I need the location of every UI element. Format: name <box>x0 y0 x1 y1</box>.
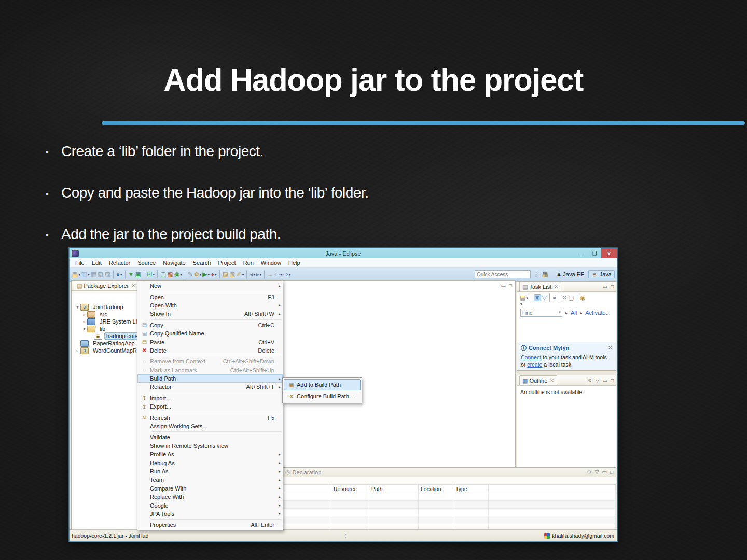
menu-item-compare-with[interactable]: Compare With▸ <box>137 484 283 493</box>
menu-item-properties[interactable]: PropertiesAlt+Enter <box>137 521 283 529</box>
tab-declaration[interactable]: Declaration <box>293 469 322 475</box>
menubar-item-source[interactable]: Source <box>134 259 159 267</box>
menu-item-jpa-tools[interactable]: JPA Tools▸ <box>137 510 283 518</box>
menu-item-show-in-remote-systems-view[interactable]: Show in Remote Systems view <box>137 442 283 450</box>
toolbar-icon[interactable]: ▶▾ <box>202 271 210 277</box>
mylyn-create-link[interactable]: create <box>527 361 542 368</box>
editor-area[interactable]: ▭ □ <box>282 280 516 468</box>
minimize-view-icon[interactable]: ▭ <box>603 284 607 289</box>
menubar-item-refactor[interactable]: Refactor <box>105 259 134 267</box>
toolbar-icon[interactable]: ▢ <box>160 271 166 277</box>
toolbar-icon[interactable]: ●▾ <box>116 271 122 277</box>
menubar-item-window[interactable]: Window <box>257 259 285 267</box>
menu-item-profile-as[interactable]: Profile As▸ <box>137 450 283 458</box>
tab-close-icon[interactable]: ✕ <box>554 284 558 289</box>
toolbar-icon[interactable]: ← <box>267 271 273 277</box>
view-menu-icon[interactable]: ▽ <box>595 469 599 475</box>
view-menu-icon[interactable]: ▽ <box>596 377 600 383</box>
menu-item-validate[interactable]: Validate <box>137 433 283 441</box>
menubar-item-run[interactable]: Run <box>240 259 257 267</box>
menu-item-team[interactable]: Team▸ <box>137 475 283 484</box>
twisty-open-icon[interactable]: ▾ <box>81 327 87 331</box>
menubar-item-project[interactable]: Project <box>214 259 239 267</box>
close-button[interactable]: x <box>601 248 617 258</box>
toolbar-icon[interactable]: ✿▾ <box>194 271 202 277</box>
task-toolbar-icon[interactable]: ● <box>552 295 556 301</box>
toolbar-icon[interactable]: ▸▾ <box>256 271 262 277</box>
toolbar-icon[interactable]: ⇦▾ <box>274 271 282 277</box>
mylyn-connect-link[interactable]: Connect <box>521 354 541 360</box>
menubar-item-file[interactable]: File <box>72 259 88 267</box>
task-find-input[interactable] <box>520 309 562 317</box>
menubar-item-navigate[interactable]: Navigate <box>159 259 189 267</box>
toolbar-icon[interactable]: ◉▾ <box>174 271 182 277</box>
twisty-closed-icon[interactable]: ▹ <box>81 312 87 317</box>
twisty-open-icon[interactable]: ▾ <box>75 305 80 310</box>
menu-item-delete[interactable]: ✖DeleteDelete <box>137 346 283 355</box>
menu-item-refactor[interactable]: RefactorAlt+Shift+T▸ <box>137 383 283 391</box>
twisty-closed-icon[interactable]: ▹ <box>81 319 87 324</box>
toolbar-icon[interactable]: ☑▾ <box>147 271 155 277</box>
menu-item-export[interactable]: ↥Export... <box>137 402 283 411</box>
menu-item-copy[interactable]: ▤CopyCtrl+C <box>137 321 283 329</box>
toolbar-icon[interactable]: ⇨▾ <box>283 271 291 277</box>
menu-item-paste[interactable]: ▤PasteCtrl+V <box>137 338 283 346</box>
account-email[interactable]: khalifa.shady@gmail.com <box>552 533 614 539</box>
minimize-view-icon[interactable]: ▭ <box>603 377 607 383</box>
menu-item-refresh[interactable]: ↻RefreshF5 <box>137 413 283 422</box>
open-perspective-icon[interactable]: ▦ <box>542 271 548 277</box>
tab-close-icon[interactable]: ✕ <box>550 378 554 383</box>
menu-item-debug-as[interactable]: Debug As▸ <box>137 458 283 467</box>
gear-icon[interactable]: ⚙ <box>587 469 592 475</box>
toolbar-icon[interactable]: ✎ <box>188 271 193 277</box>
toolbar-icon[interactable]: ◕▾ <box>211 271 217 277</box>
toolbar-icon[interactable]: ▼ <box>128 271 134 277</box>
minimize-view-icon[interactable]: ▭ <box>501 283 506 288</box>
toolbar-overflow-chevron-icon[interactable]: ▾ <box>517 302 616 306</box>
tab-task-list[interactable]: ▤ Task List ✕ <box>519 282 561 291</box>
toolbar-icon[interactable]: ▣ <box>135 271 141 277</box>
task-toolbar-icon[interactable]: ▽ <box>542 295 547 301</box>
maximize-view-icon[interactable]: □ <box>610 469 613 475</box>
task-activate-link[interactable]: Activate... <box>585 310 610 316</box>
task-toolbar-icon[interactable]: ▢ <box>568 295 574 301</box>
submenu-item-add-to-build-path[interactable]: ▣Add to Build Path <box>284 379 361 390</box>
restore-button[interactable]: ❏ <box>588 248 601 258</box>
menubar-item-edit[interactable]: Edit <box>88 259 105 267</box>
task-scope-all-link[interactable]: All <box>571 310 577 316</box>
column-header-resource[interactable]: Resource <box>331 485 369 493</box>
tab-close-icon[interactable]: ✕ <box>131 283 135 288</box>
task-toolbar-icon[interactable]: ✕ <box>562 295 567 301</box>
toolbar-icon[interactable]: ▨ <box>104 271 110 277</box>
toolbar-icon[interactable]: ▦ <box>91 271 96 277</box>
column-header-path[interactable]: Path <box>369 485 419 493</box>
toolbar-icon[interactable]: ▧ <box>98 271 103 277</box>
toolbar-icon[interactable]: ✐▾ <box>237 271 244 277</box>
maximize-view-icon[interactable]: □ <box>509 283 512 288</box>
toolbar-icon[interactable]: ▧ <box>229 271 235 277</box>
menu-item-new[interactable]: New▸ <box>137 282 283 290</box>
menu-item-copy-qualified-name[interactable]: ▤Copy Qualified Name <box>137 329 283 338</box>
submenu-item-configure-build-path[interactable]: ⚙Configure Build Path... <box>284 390 361 402</box>
tab-package-explorer[interactable]: ▤ Package Explorer ✕ <box>74 281 139 290</box>
menu-item-open-with[interactable]: Open With▸ <box>137 301 283 310</box>
toolbar-icon[interactable]: ▨ <box>223 271 228 277</box>
column-header-type[interactable]: Type <box>453 485 489 493</box>
perspective-java-ee[interactable]: ♟Java EE <box>554 270 587 278</box>
menu-item-google[interactable]: Google▸ <box>137 501 283 509</box>
toolbar-icon[interactable]: ▤▾ <box>72 271 80 277</box>
minimize-view-icon[interactable]: ▭ <box>602 469 607 475</box>
menubar-item-search[interactable]: Search <box>189 259 215 267</box>
toolbar-icon[interactable]: ▩ <box>167 271 173 277</box>
minimize-button[interactable]: – <box>574 248 588 258</box>
twisty-closed-icon[interactable]: ▹ <box>75 348 80 353</box>
task-toolbar-icon[interactable]: ▼ <box>534 294 541 301</box>
close-icon[interactable]: ✕ <box>608 345 612 351</box>
menu-item-build-path[interactable]: Build Path▸ <box>137 374 283 383</box>
splitter-dots[interactable]: ⋮ <box>343 533 348 538</box>
toolbar-icon[interactable]: ◂▾ <box>250 271 255 277</box>
menu-item-import[interactable]: ↧Import... <box>137 394 283 402</box>
quick-access-input[interactable] <box>475 270 531 278</box>
gear-icon[interactable]: ⚙ <box>588 377 592 383</box>
task-toolbar-icon[interactable]: ◉ <box>580 295 585 301</box>
